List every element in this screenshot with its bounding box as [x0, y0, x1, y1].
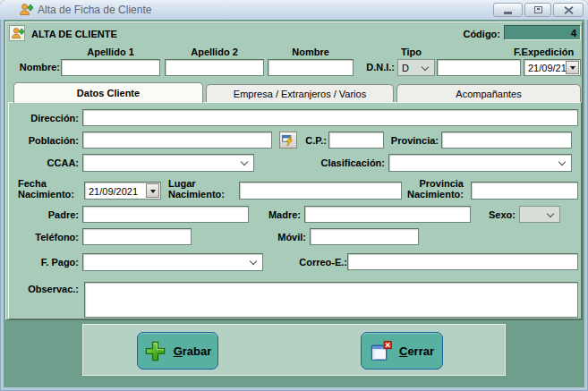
- apellido2-header: Apellido 2: [165, 47, 264, 57]
- madre-input[interactable]: [304, 206, 471, 223]
- movil-label: Móvil:: [267, 232, 306, 242]
- correo-label: Correo-E.:: [285, 257, 347, 268]
- client-area: ALTA DE CLIENTE Código: 4 Apellido 1 Ape…: [4, 20, 584, 387]
- window-title: Alta de Ficha de Cliente: [38, 4, 151, 16]
- poblacion-lookup-button[interactable]: [279, 132, 297, 149]
- direccion-input[interactable]: [82, 109, 578, 126]
- nombre-label: Nombre:: [8, 62, 60, 72]
- clasificacion-combo[interactable]: [388, 154, 572, 172]
- cerrar-label: Cerrar: [399, 344, 434, 358]
- lightning-form-icon: [282, 134, 294, 147]
- dropdown-arrow-icon: [150, 190, 156, 196]
- dni-label: D.N.I.:: [352, 62, 395, 72]
- main-panel: ALTA DE CLIENTE Código: 4 Apellido 1 Ape…: [5, 21, 583, 320]
- fexpedicion-header: F.Expedición: [514, 47, 574, 57]
- plus-icon: [144, 340, 166, 362]
- fpago-combo[interactable]: [82, 253, 263, 271]
- tab-datos-cliente[interactable]: Datos Cliente: [13, 82, 203, 103]
- form-title: ALTA DE CLIENTE: [31, 29, 117, 39]
- header-icon-tile: [9, 25, 25, 41]
- direccion-label: Dirección:: [16, 113, 79, 123]
- sexo-combo[interactable]: [519, 206, 560, 223]
- dni-tipo-combo[interactable]: D: [397, 59, 435, 76]
- observac-label: Observac.:: [16, 284, 79, 294]
- telefono-label: Teléfono:: [16, 232, 79, 242]
- dni-tipo-value: D: [402, 63, 409, 73]
- dropdown-arrow-icon: [570, 66, 575, 72]
- grabar-label: Grabar: [174, 344, 212, 358]
- lugar-nacimiento-label: Lugar Nacimiento:: [168, 178, 236, 200]
- apellido2-input[interactable]: [165, 59, 264, 76]
- codigo-label: Código:: [452, 29, 500, 39]
- movil-input[interactable]: [310, 228, 419, 245]
- cp-input[interactable]: [328, 132, 384, 149]
- minimize-button[interactable]: [493, 3, 523, 17]
- tab-label: Empresa / Extranjeros / Varios: [234, 89, 366, 99]
- codigo-value: 4: [504, 25, 581, 40]
- sexo-label: Sexo:: [474, 209, 516, 220]
- chevron-down-icon: [558, 158, 566, 166]
- provincia-label: Provincia:: [385, 135, 439, 146]
- tab-label: Datos Cliente: [77, 88, 140, 98]
- fecha-nacimiento-label: Fecha Nacimiento:: [18, 178, 86, 200]
- grabar-button[interactable]: Grabar: [137, 332, 218, 370]
- tab-acompanantes[interactable]: Acompañantes: [396, 84, 581, 102]
- fpago-label: F. Pago:: [16, 257, 79, 268]
- maximize-button[interactable]: [524, 3, 551, 17]
- provincia-nacimiento-label: Provincia Nacimiento:: [396, 178, 464, 200]
- titlebar[interactable]: Alta de Ficha de Cliente: [0, 0, 588, 20]
- person-add-icon: [11, 27, 24, 40]
- poblacion-input[interactable]: [82, 132, 272, 149]
- close-window-icon: [370, 340, 392, 362]
- fexpedicion-value: 21/09/21: [528, 63, 567, 73]
- ccaa-label: CCAA:: [16, 157, 79, 168]
- cerrar-button[interactable]: Cerrar: [361, 332, 443, 370]
- client-registration-window: Alta de Ficha de Cliente ALTA DE CLIENTE…: [0, 0, 588, 391]
- apellido1-header: Apellido 1: [61, 47, 160, 57]
- clasificacion-label: Clasificación:: [310, 157, 385, 168]
- lugar-nacimiento-input[interactable]: [239, 182, 402, 200]
- close-icon: [564, 6, 574, 14]
- close-button[interactable]: [553, 3, 584, 17]
- tab-empresa-extranjeros-varios[interactable]: Empresa / Extranjeros / Varios: [206, 84, 394, 102]
- fecha-nacimiento-datepicker[interactable]: 21/09/2021: [84, 182, 161, 200]
- padre-input[interactable]: [82, 206, 249, 223]
- correo-input[interactable]: [347, 253, 578, 270]
- person-add-icon: [19, 3, 33, 17]
- tab-label: Acompañantes: [456, 89, 521, 99]
- fecha-nacimiento-dropdown-button[interactable]: [146, 183, 159, 198]
- madre-label: Madre:: [260, 209, 301, 220]
- observac-textarea[interactable]: [84, 282, 578, 318]
- provincia-nacimiento-input[interactable]: [471, 182, 578, 200]
- button-panel: Grabar Cerrar: [82, 324, 506, 376]
- chevron-down-icon: [422, 63, 429, 70]
- dni-input[interactable]: [437, 59, 521, 76]
- nombre-header: Nombre: [268, 47, 354, 57]
- maximize-icon: [534, 6, 542, 13]
- padre-label: Padre:: [16, 209, 79, 220]
- tipo-header: Tipo: [401, 47, 422, 57]
- chevron-down-icon: [241, 158, 248, 166]
- nombre-input[interactable]: [268, 59, 354, 76]
- fecha-nacimiento-value: 21/09/2021: [89, 186, 138, 197]
- provincia-input[interactable]: [441, 132, 572, 149]
- apellido1-input[interactable]: [61, 59, 160, 76]
- poblacion-label: Población:: [16, 135, 79, 146]
- tab-panel-datos-cliente: Dirección: Población: C.P.: Provincia:: [8, 102, 582, 319]
- minimize-icon: [504, 12, 512, 14]
- cp-label: C.P.:: [300, 135, 327, 146]
- fexpedicion-dropdown-button[interactable]: [566, 61, 579, 74]
- chevron-down-icon: [250, 258, 257, 265]
- ccaa-combo[interactable]: [82, 154, 254, 172]
- telefono-input[interactable]: [82, 228, 192, 245]
- fexpedicion-datepicker[interactable]: 21/09/21: [524, 59, 581, 76]
- chevron-down-icon: [547, 209, 554, 217]
